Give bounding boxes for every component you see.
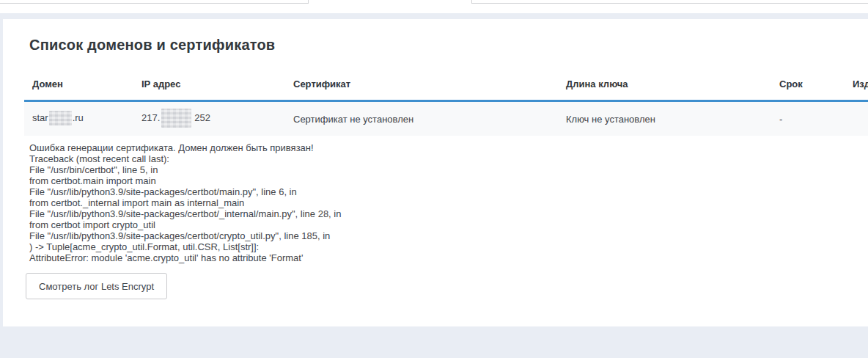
error-log-line: AttributeError: module 'acme.crypto_util… — [29, 252, 861, 263]
domain-suffix: .ru — [73, 112, 84, 123]
table-row[interactable]: star.ru 217.252 Сертификат не установлен… — [24, 102, 868, 136]
tab-left-partial[interactable] — [0, 0, 309, 4]
error-log: Ошибка генерации сертификата. Домен долж… — [29, 142, 861, 263]
view-letsencrypt-log-button[interactable]: Смотреть лог Lets Encrypt — [26, 273, 167, 299]
ip-suffix: 252 — [194, 112, 210, 123]
table-header: Домен IP адрес Сертификат Длина ключа Ср… — [3, 78, 868, 92]
column-header-key-length[interactable]: Длина ключа — [566, 78, 628, 90]
redacted-domain-blur — [49, 111, 72, 125]
column-header-domain[interactable]: Домен — [32, 78, 63, 90]
error-log-line: Ошибка генерации сертификата. Домен долж… — [29, 142, 861, 153]
redacted-ip-blur — [161, 109, 191, 128]
error-log-line: Traceback (most recent call last): — [29, 153, 861, 164]
domain-prefix: star — [32, 112, 48, 123]
error-log-line: from certbot.main import main — [29, 175, 861, 186]
content-panel: Список доменов и сертификатов Домен IP а… — [3, 19, 868, 326]
column-header-term[interactable]: Срок — [779, 78, 803, 90]
cell-key-length: Ключ не установлен — [566, 114, 655, 125]
error-log-line: from certbot._internal import main as in… — [29, 197, 861, 208]
cell-domain: star.ru — [32, 111, 84, 127]
error-log-line: File "/usr/lib/python3.9/site-packages/c… — [29, 230, 861, 241]
error-log-line: ) -> Tuple[acme_crypto_util.Format, util… — [29, 241, 861, 252]
error-log-line: from certbot import crypto_util — [29, 219, 861, 230]
cell-certificate: Сертификат не установлен — [293, 114, 413, 125]
ip-prefix: 217. — [141, 112, 160, 123]
cell-term: - — [779, 114, 782, 125]
column-header-ip[interactable]: IP адрес — [141, 78, 180, 90]
tab-right-partial[interactable] — [471, 0, 868, 4]
error-log-line: File "/usr/lib/python3.9/site-packages/c… — [29, 186, 861, 197]
top-tab-bar — [0, 0, 868, 13]
page-title: Список доменов и сертификатов — [29, 37, 275, 54]
error-log-line: File "/usr/bin/certbot", line 5, in — [29, 164, 861, 175]
cell-ip-address: 217.252 — [141, 109, 210, 129]
error-log-line: File "/usr/lib/python3.9/site-packages/c… — [29, 208, 861, 219]
column-header-issuer[interactable]: Издатель — [853, 78, 868, 90]
column-header-certificate[interactable]: Сертификат — [293, 78, 350, 90]
